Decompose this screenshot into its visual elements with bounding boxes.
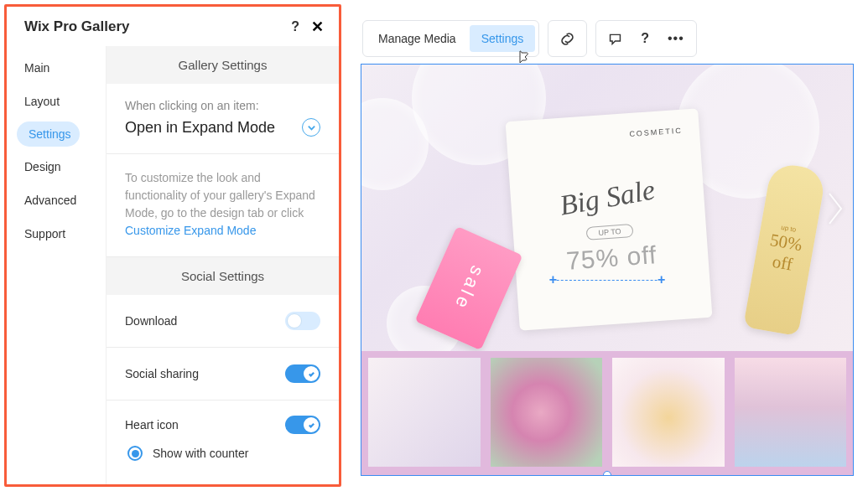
link-icon[interactable] [552,25,583,53]
sidenav-item-settings[interactable]: Settings [17,121,80,147]
sharing-label: Social sharing [125,367,199,380]
gallery-settings-heading: Gallery Settings [107,46,339,84]
center-guides: ++ [549,272,666,287]
radio-selected-icon [127,446,143,461]
thumbnail[interactable] [612,358,725,467]
toolbar-help-icon[interactable]: ? [632,24,657,53]
panel-header: Wix Pro Gallery ? ✕ [7,7,339,46]
manage-media-button[interactable]: Manage Media [366,25,468,52]
help-icon[interactable]: ? [291,19,299,34]
sidenav-item-layout[interactable]: Layout [7,85,106,118]
dropdown-value: Open in Expand Mode [125,119,275,137]
heart-radio-row[interactable]: Show with counter [125,446,320,468]
more-icon[interactable]: ••• [659,24,693,53]
hero-image: COSMETIC Big Sale UP TO 75% off sale up … [361,65,853,353]
side-nav: Main Layout Settings Design Advanced Sup… [7,46,106,484]
settings-content: Gallery Settings When clicking on an ite… [106,46,339,484]
comment-icon[interactable] [600,25,631,53]
close-icon[interactable]: ✕ [311,18,324,36]
thumbnail-strip [361,351,853,475]
social-settings-heading: Social Settings [107,257,339,295]
hero-card: COSMETIC Big Sale UP TO 75% off [506,108,713,330]
sharing-toggle[interactable] [285,364,320,383]
customize-note: To customize the look and functionality … [125,169,320,240]
download-label: Download [125,314,177,328]
expand-mode-dropdown[interactable]: Open in Expand Mode [125,118,320,137]
thumbnail[interactable] [491,358,603,467]
sidenav-item-support[interactable]: Support [7,217,106,251]
heart-label: Heart icon [125,418,179,432]
chevron-down-icon [302,118,320,137]
sidenav-item-advanced[interactable]: Advanced [7,183,106,217]
resize-handle-bottom[interactable] [603,471,611,476]
customize-link[interactable]: Customize Expand Mode [125,224,256,237]
settings-button[interactable]: Settings [470,25,536,52]
thumbnail[interactable] [735,358,847,467]
click-hint: When clicking on an item: [125,99,320,112]
download-toggle[interactable] [285,312,320,330]
heart-toggle[interactable] [285,416,320,434]
next-arrow-icon[interactable] [826,190,846,230]
gallery-canvas[interactable]: Pro Gallery #gallery1 COSMETIC Big Sale … [361,64,854,476]
settings-panel: Wix Pro Gallery ? ✕ Main Layout Settings… [4,4,341,487]
sidenav-item-design[interactable]: Design [7,150,106,183]
radio-label: Show with counter [153,447,248,460]
thumbnail[interactable] [368,358,481,467]
panel-title: Wix Pro Gallery [24,18,130,35]
sidenav-item-main[interactable]: Main [7,51,106,85]
